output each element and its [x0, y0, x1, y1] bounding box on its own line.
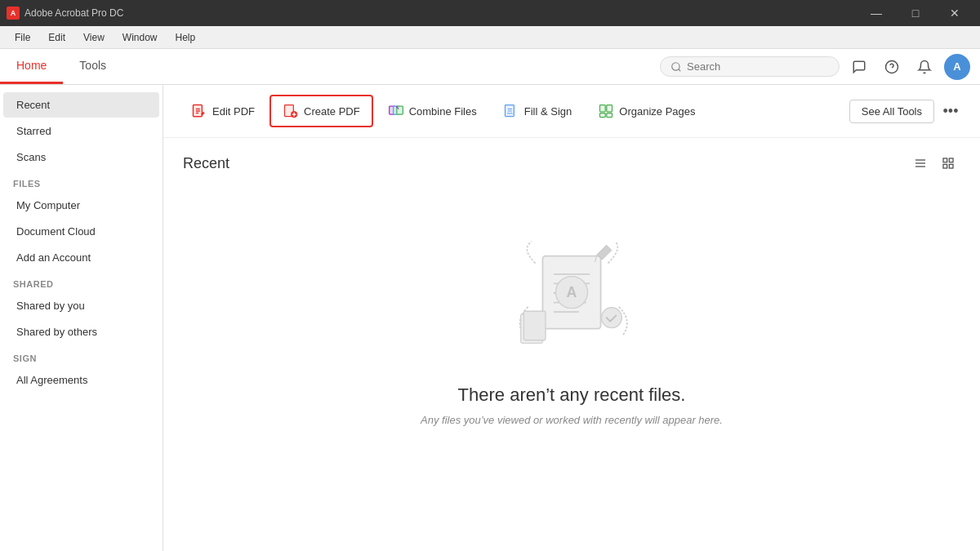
tab-bar-left: Home Tools: [0, 49, 122, 84]
list-view-icon: [914, 157, 927, 170]
help-icon: [884, 60, 899, 74]
sidebar-item-shared-by-others[interactable]: Shared by others: [3, 319, 159, 344]
sidebar-item-shared-by-you[interactable]: Shared by you: [3, 293, 159, 318]
grid-view-icon: [942, 157, 955, 170]
empty-state: A There aren’t any recent files. Any fil…: [163, 185, 980, 475]
tab-home[interactable]: Home: [0, 49, 63, 84]
recent-title: Recent: [183, 155, 229, 172]
app-title: Adobe Acrobat Pro DC: [24, 7, 123, 19]
sidebar-item-all-agreements[interactable]: All Agreements: [3, 367, 159, 393]
recent-header: Recent: [163, 138, 980, 185]
sidebar-item-my-computer[interactable]: My Computer: [3, 193, 159, 218]
empty-illustration: A: [498, 234, 645, 365]
bell-icon: [917, 60, 932, 74]
sidebar-item-starred[interactable]: Starred: [3, 118, 159, 144]
grid-view-button[interactable]: [936, 151, 960, 176]
svg-rect-29: [949, 164, 953, 168]
fill-sign-button[interactable]: Fill & Sign: [492, 96, 584, 126]
tab-bar: Home Tools A: [0, 49, 980, 85]
sidebar-item-document-cloud[interactable]: Document Cloud: [3, 219, 159, 244]
help-button[interactable]: [879, 54, 905, 80]
menu-help[interactable]: Help: [167, 29, 204, 47]
minimize-button[interactable]: —: [858, 0, 895, 26]
edit-pdf-button[interactable]: Edit PDF: [180, 96, 266, 126]
fill-sign-icon: [503, 103, 519, 119]
search-box[interactable]: [660, 56, 840, 77]
svg-rect-21: [600, 113, 606, 118]
menu-view[interactable]: View: [75, 29, 113, 47]
create-pdf-icon: [283, 103, 299, 119]
tab-tools[interactable]: Tools: [63, 49, 122, 84]
organize-pages-button[interactable]: Organize Pages: [586, 96, 706, 126]
create-pdf-label: Create PDF: [304, 105, 360, 118]
fill-sign-label: Fill & Sign: [524, 105, 572, 118]
svg-point-39: [601, 308, 621, 328]
create-pdf-button[interactable]: Create PDF: [270, 95, 373, 127]
notifications-button[interactable]: [911, 54, 938, 80]
window-controls[interactable]: — □ ✕: [858, 0, 973, 26]
sidebar: Recent Starred Scans FILES My Computer D…: [0, 85, 163, 551]
sidebar-item-add-account[interactable]: Add an Account: [3, 245, 159, 270]
combine-files-icon: [388, 103, 404, 119]
tools-bar: Edit PDF Create PDF: [163, 85, 980, 138]
svg-rect-28: [943, 164, 947, 168]
see-all-tools-button[interactable]: See All Tools: [849, 100, 934, 123]
main-layout: Recent Starred Scans FILES My Computer D…: [0, 85, 980, 551]
menu-file[interactable]: File: [7, 29, 38, 47]
app-logo: A: [7, 7, 20, 20]
svg-point-0: [672, 62, 679, 69]
list-view-button[interactable]: [908, 151, 933, 176]
files-section-label: FILES: [0, 171, 163, 192]
search-icon: [670, 61, 682, 73]
svg-rect-19: [600, 105, 606, 112]
organize-pages-label: Organize Pages: [619, 105, 695, 118]
tab-bar-right: A: [650, 49, 980, 84]
empty-subtitle: Any files you’ve viewed or worked with r…: [421, 414, 723, 426]
svg-rect-41: [523, 311, 546, 340]
search-input[interactable]: [687, 60, 826, 73]
ellipsis-icon: •••: [943, 103, 959, 120]
title-bar: A Adobe Acrobat Pro DC — □ ✕: [0, 0, 980, 26]
avatar[interactable]: A: [944, 54, 970, 80]
maximize-button[interactable]: □: [897, 0, 934, 26]
menu-bar: File Edit View Window Help: [0, 26, 980, 49]
svg-rect-26: [943, 158, 947, 162]
messages-button[interactable]: [846, 54, 872, 80]
svg-rect-27: [949, 158, 953, 162]
combine-files-label: Combine Files: [409, 105, 477, 118]
edit-pdf-icon: [191, 103, 207, 119]
menu-window[interactable]: Window: [114, 29, 166, 47]
sign-section-label: SIGN: [0, 345, 163, 367]
sidebar-item-scans[interactable]: Scans: [3, 144, 159, 170]
organize-pages-icon: [598, 103, 614, 119]
messages-icon: [852, 60, 866, 74]
shared-section-label: SHARED: [0, 271, 163, 292]
menu-edit[interactable]: Edit: [40, 29, 74, 47]
combine-files-button[interactable]: Combine Files: [376, 96, 488, 126]
view-controls: [908, 151, 960, 176]
svg-rect-22: [607, 113, 612, 118]
svg-rect-20: [607, 105, 612, 112]
edit-pdf-label: Edit PDF: [212, 105, 255, 118]
more-tools-button[interactable]: •••: [938, 98, 964, 124]
empty-title: There aren’t any recent files.: [458, 384, 686, 406]
content-area: Edit PDF Create PDF: [163, 85, 980, 551]
sidebar-item-recent[interactable]: Recent: [3, 92, 159, 118]
svg-text:A: A: [567, 284, 577, 300]
title-bar-left: A Adobe Acrobat Pro DC: [7, 7, 123, 20]
close-button[interactable]: ✕: [936, 0, 973, 26]
svg-line-1: [679, 69, 681, 71]
